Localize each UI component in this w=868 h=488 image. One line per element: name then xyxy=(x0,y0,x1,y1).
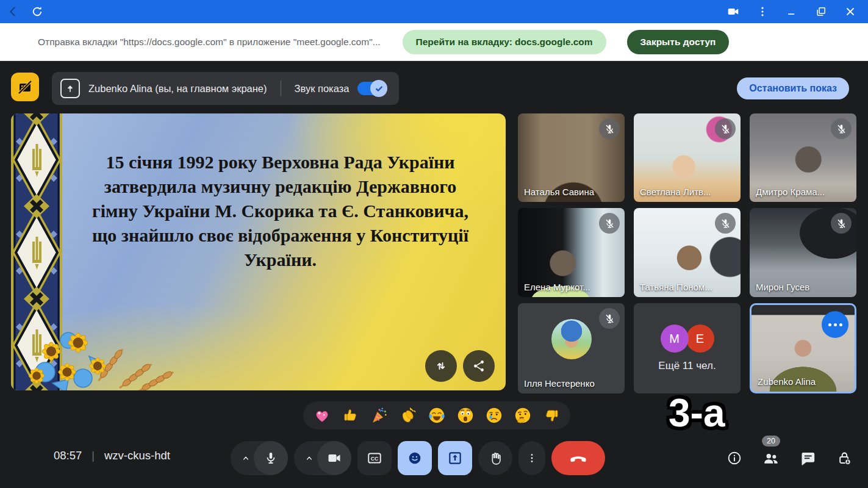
participant-tile[interactable]: Елена Муркот... xyxy=(518,208,625,297)
share-sound-label: Звук показа xyxy=(295,83,350,95)
overflow-label: Ещё 11 чел. xyxy=(658,360,716,372)
participant-tile[interactable]: Татьяна Поном... xyxy=(634,208,741,297)
participant-tile[interactable]: Светлана Литв... xyxy=(634,113,741,202)
sunflowers-decoration xyxy=(16,320,205,390)
tears-of-joy-reaction[interactable] xyxy=(428,406,446,425)
google-meet-window: Отправка вкладки "https://docs.google.co… xyxy=(0,0,868,488)
participant-tile[interactable]: Ілля Нестеренко xyxy=(518,303,625,393)
thumbs-up-reaction[interactable] xyxy=(342,406,360,425)
mic-muted-icon xyxy=(599,118,620,139)
avatar xyxy=(551,319,592,359)
shared-presentation: 15 січня 1992 року Верховна Рада України… xyxy=(11,113,506,390)
mic-muted-icon xyxy=(599,213,620,234)
mic-muted-icon xyxy=(715,118,736,139)
sparkling-heart-reaction[interactable] xyxy=(313,406,331,425)
mic-muted-icon xyxy=(715,213,736,234)
go-to-tab-button[interactable]: Перейти на вкладку: docs.google.com xyxy=(403,30,606,54)
participant-tile[interactable]: Наталья Савина xyxy=(518,113,625,202)
captions-button[interactable]: CC xyxy=(357,441,392,475)
slide-text: 15 січня 1992 року Верховна Рада України… xyxy=(79,150,481,272)
crying-reaction[interactable] xyxy=(485,406,503,425)
participant-tile[interactable]: Дмитро Крама... xyxy=(750,113,856,202)
thumbs-down-reaction[interactable] xyxy=(542,406,561,425)
end-call-button[interactable] xyxy=(551,441,605,475)
class-overlay-label: 3-а xyxy=(669,390,725,436)
restore-icon[interactable] xyxy=(814,5,828,18)
browser-title-bar xyxy=(0,0,868,23)
presentation-warning-badge[interactable] xyxy=(11,73,39,101)
more-options-button[interactable] xyxy=(518,441,545,475)
participant-name: Елена Муркот... xyxy=(524,282,590,292)
browser-menu-icon[interactable] xyxy=(756,5,769,18)
mic-muted-icon xyxy=(831,213,852,234)
participants-button[interactable]: 20 xyxy=(762,449,780,467)
camera-button[interactable] xyxy=(317,441,351,475)
svg-text:CC: CC xyxy=(371,456,379,462)
meeting-info: 08:57 | wzv-ckus-hdt xyxy=(54,449,170,462)
clock-time: 08:57 xyxy=(54,449,82,462)
participant-name: Zubenko Alina xyxy=(758,376,816,387)
participant-grid: Наталья Савина Светлана Литв... Дмитро К… xyxy=(518,113,856,393)
participant-name: Мирон Гусев xyxy=(756,282,809,292)
reactions-bar xyxy=(303,401,570,429)
divider: | xyxy=(91,450,95,462)
mic-muted-icon xyxy=(831,118,852,139)
clapping-hands-reaction[interactable] xyxy=(399,406,417,425)
presenting-status-pill: Zubenko Alina (вы, на главном экране) Зв… xyxy=(52,72,399,105)
tab-share-message: Отправка вкладки "https://docs.google.co… xyxy=(38,37,381,48)
thinking-reaction[interactable] xyxy=(514,406,532,425)
back-icon[interactable] xyxy=(6,5,20,18)
minimize-icon[interactable] xyxy=(785,5,798,18)
microphone-button[interactable] xyxy=(254,441,288,475)
participant-count-badge: 20 xyxy=(762,436,780,447)
meeting-code: wzv-ckus-hdt xyxy=(104,449,170,462)
overflow-avatars: M E xyxy=(661,325,714,353)
chat-button[interactable] xyxy=(798,449,817,467)
share-sound-toggle[interactable] xyxy=(357,82,386,95)
raise-hand-button[interactable] xyxy=(478,441,512,475)
close-icon[interactable] xyxy=(844,5,857,18)
host-controls-button[interactable] xyxy=(835,449,853,467)
reactions-button[interactable] xyxy=(398,441,432,475)
avatar: E xyxy=(686,325,714,353)
divider xyxy=(281,81,281,96)
meeting-panels: 20 xyxy=(725,441,853,475)
participant-name: Дмитро Крама... xyxy=(756,187,825,197)
mic-options-chevron-icon[interactable] xyxy=(238,450,254,466)
participant-tile[interactable]: Мирон Гусев xyxy=(750,208,856,297)
close-access-button[interactable]: Закрыть доступ xyxy=(627,30,730,54)
present-button[interactable] xyxy=(438,441,472,475)
participant-name: Наталья Савина xyxy=(524,187,594,197)
astonished-reaction[interactable] xyxy=(456,406,475,425)
tab-share-banner: Отправка вкладки "https://docs.google.co… xyxy=(0,23,868,61)
presenter-name-label: Zubenko Alina (вы, на главном экране) xyxy=(88,83,267,95)
present-to-screen-icon xyxy=(60,79,80,98)
self-tile[interactable]: Zubenko Alina xyxy=(750,303,856,393)
reload-icon[interactable] xyxy=(30,5,44,18)
camera-control-group xyxy=(294,441,351,475)
camera-options-chevron-icon[interactable] xyxy=(301,450,317,466)
stop-presenting-button[interactable]: Остановить показ xyxy=(737,77,849,99)
mic-muted-icon xyxy=(599,308,620,329)
scroll-shared-content-button[interactable] xyxy=(425,350,457,382)
tile-options-button[interactable] xyxy=(822,311,848,338)
screen-capture-icon[interactable] xyxy=(726,5,740,18)
mic-control-group xyxy=(231,441,288,475)
participant-name: Светлана Литв... xyxy=(640,187,711,197)
share-icon[interactable] xyxy=(463,350,495,382)
overflow-participants-tile[interactable]: M E Ещё 11 чел. xyxy=(634,303,741,393)
participant-name: Татьяна Поном... xyxy=(640,282,712,292)
avatar: M xyxy=(661,325,689,353)
call-controls: CC xyxy=(231,441,605,475)
no-presentation-icon xyxy=(16,79,34,96)
meeting-details-button[interactable] xyxy=(725,449,744,467)
toggle-thumb xyxy=(370,80,387,97)
participant-name: Ілля Нестеренко xyxy=(524,378,595,389)
party-popper-reaction[interactable] xyxy=(370,406,389,425)
